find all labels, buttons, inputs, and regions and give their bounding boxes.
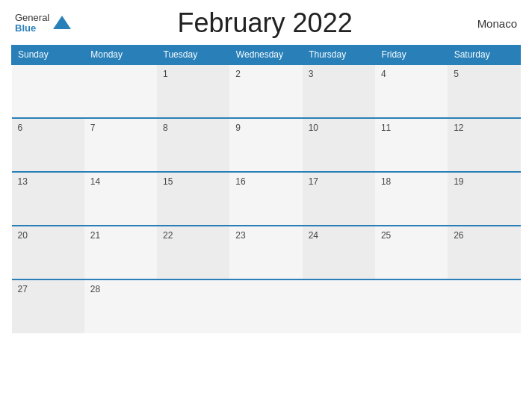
- calendar-region: Monaco: [457, 17, 517, 30]
- calendar-grid: Sunday Monday Tuesday Wednesday Thursday…: [11, 45, 521, 333]
- calendar-day-24: 24: [303, 226, 375, 279]
- calendar-day-15: 15: [157, 172, 229, 226]
- day-number: 27: [18, 284, 28, 294]
- day-number: 11: [381, 123, 391, 133]
- calendar-container: General Blue February 2022 Monaco Sunday…: [0, 0, 532, 411]
- calendar-day-27: 27: [12, 279, 84, 333]
- calendar-header: General Blue February 2022 Monaco: [11, 7, 521, 39]
- day-number: 24: [309, 230, 318, 241]
- calendar-day-8: 8: [157, 118, 229, 172]
- calendar-day-22: 22: [157, 226, 229, 279]
- day-number: 25: [381, 230, 391, 241]
- calendar-day-28: 28: [84, 279, 157, 333]
- calendar-week-1: 6789101112: [12, 118, 521, 172]
- weekday-friday: Friday: [375, 46, 448, 65]
- day-number: 4: [381, 69, 386, 79]
- calendar-day-empty: [448, 279, 520, 333]
- calendar-day-9: 9: [229, 118, 302, 172]
- day-number: 1: [163, 69, 168, 79]
- calendar-weekdays: Sunday Monday Tuesday Wednesday Thursday…: [12, 46, 521, 65]
- calendar-day-25: 25: [375, 226, 448, 279]
- logo-general-text: General: [15, 13, 49, 23]
- calendar-day-19: 19: [448, 172, 520, 226]
- day-number: 17: [309, 176, 318, 187]
- calendar-day-16: 16: [229, 172, 302, 226]
- calendar-day-18: 18: [375, 172, 448, 226]
- calendar-day-4: 4: [375, 64, 448, 118]
- day-number: 18: [381, 176, 391, 187]
- day-number: 15: [163, 176, 173, 187]
- calendar-week-2: 13141516171819: [12, 172, 521, 226]
- calendar-day-20: 20: [12, 226, 84, 279]
- day-number: 26: [454, 230, 463, 241]
- day-number: 21: [90, 230, 100, 241]
- day-number: 10: [309, 123, 318, 133]
- day-number: 2: [235, 69, 241, 79]
- calendar-week-3: 20212223242526: [12, 226, 521, 279]
- weekday-sunday: Sunday: [12, 46, 84, 65]
- logo: General Blue: [15, 13, 72, 34]
- calendar-day-empty: [375, 279, 448, 333]
- day-number: 6: [18, 123, 23, 133]
- weekday-wednesday: Wednesday: [229, 46, 302, 65]
- day-number: 12: [454, 123, 463, 133]
- calendar-day-11: 11: [375, 118, 448, 172]
- day-number: 19: [454, 176, 463, 187]
- day-number: 13: [18, 176, 28, 187]
- day-number: 7: [90, 123, 96, 133]
- day-number: 8: [163, 123, 168, 133]
- calendar-day-13: 13: [12, 172, 84, 226]
- day-number: 9: [235, 123, 241, 133]
- day-number: 23: [235, 230, 245, 241]
- svg-marker-0: [53, 16, 71, 29]
- logo-blue-text: Blue: [15, 23, 49, 34]
- calendar-title: February 2022: [72, 7, 457, 39]
- calendar-day-26: 26: [448, 226, 520, 279]
- weekday-saturday: Saturday: [448, 46, 520, 65]
- calendar-day-empty: [229, 279, 302, 333]
- calendar-day-17: 17: [303, 172, 375, 226]
- weekday-tuesday: Tuesday: [157, 46, 229, 65]
- calendar-day-5: 5: [448, 64, 520, 118]
- calendar-week-0: 12345: [12, 64, 521, 118]
- day-number: 20: [18, 230, 28, 241]
- day-number: 16: [235, 176, 245, 187]
- calendar-day-empty: [84, 64, 157, 118]
- calendar-day-2: 2: [229, 64, 302, 118]
- calendar-week-4: 2728: [12, 279, 521, 333]
- calendar-body: 1234567891011121314151617181920212223242…: [12, 64, 521, 333]
- day-number: 28: [90, 284, 100, 294]
- day-number: 14: [90, 176, 100, 187]
- calendar-day-23: 23: [229, 226, 302, 279]
- calendar-day-10: 10: [303, 118, 375, 172]
- day-number: 22: [163, 230, 173, 241]
- calendar-day-empty: [12, 64, 84, 118]
- weekday-monday: Monday: [84, 46, 157, 65]
- day-number: 5: [454, 69, 459, 79]
- calendar-day-7: 7: [84, 118, 157, 172]
- day-number: 3: [309, 69, 314, 79]
- logo-icon: [52, 13, 72, 34]
- weekday-thursday: Thursday: [303, 46, 375, 65]
- calendar-day-14: 14: [84, 172, 157, 226]
- calendar-day-12: 12: [448, 118, 520, 172]
- calendar-day-21: 21: [84, 226, 157, 279]
- calendar-day-3: 3: [303, 64, 375, 118]
- calendar-day-empty: [303, 279, 375, 333]
- calendar-day-6: 6: [12, 118, 84, 172]
- calendar-day-empty: [157, 279, 229, 333]
- calendar-day-1: 1: [157, 64, 229, 118]
